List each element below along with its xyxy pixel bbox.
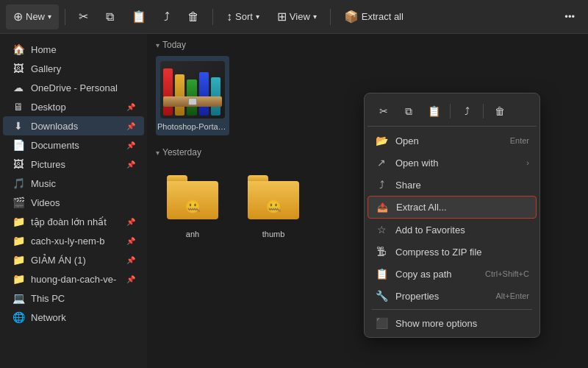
cut-icon: ✂	[79, 11, 88, 23]
anh-thumb: 🤐	[159, 168, 226, 227]
file-photoshop[interactable]: Photoshop-Portable-	[156, 56, 229, 135]
sidebar-item-tap-doan-label: tập đoàn lớn nhất	[31, 216, 121, 227]
extract-all-button[interactable]: 📦 Extract all	[337, 4, 411, 29]
ctx-delete-button[interactable]: 🗑	[490, 101, 510, 121]
main-layout: 🏠 Home 🖼 Gallery ☁ OneDrive - Personal 🖥…	[0, 34, 588, 368]
sidebar-item-gallery[interactable]: 🖼 Gallery	[3, 59, 144, 78]
videos-icon: 🎬	[12, 197, 25, 208]
huong-dan-icon: 📁	[12, 273, 25, 285]
sep2	[212, 9, 213, 25]
view-button[interactable]: ⊞ View ▾	[270, 4, 324, 29]
ctx-copy-path-icon: 📋	[375, 268, 388, 280]
share-button[interactable]: ⤴	[157, 4, 177, 29]
view-caret: ▾	[313, 13, 317, 21]
view-label: View	[290, 11, 310, 22]
sidebar-item-home-label: Home	[31, 44, 135, 55]
ctx-extract-label: Extract All...	[396, 202, 528, 213]
more-button[interactable]: •••	[557, 4, 582, 29]
file-thumb[interactable]: 🤐 thumb	[237, 163, 310, 243]
sidebar-item-pictures-label: Pictures	[31, 159, 121, 170]
gallery-icon: 🖼	[12, 63, 25, 74]
more-icon: •••	[564, 11, 575, 22]
ctx-open-item[interactable]: 📂 Open Enter	[368, 130, 537, 152]
pictures-icon: 🖼	[12, 158, 25, 170]
extract-all-label: Extract all	[362, 11, 404, 22]
today-chevron: ▾	[156, 41, 159, 49]
yesterday-label: Yesterday	[162, 147, 201, 158]
ctx-sep-v2	[483, 104, 484, 118]
extract-icon: 📦	[344, 11, 359, 23]
sidebar-item-onedrive-label: OneDrive - Personal	[31, 82, 135, 93]
sidebar-item-music[interactable]: 🎵 Music	[3, 174, 144, 193]
ctx-favorites-item[interactable]: ☆ Add to Favorites	[368, 219, 537, 241]
ctx-share-button[interactable]: ⤴	[456, 101, 477, 121]
ctx-extract-all-item[interactable]: 📤 Extract All...	[368, 196, 537, 219]
sort-button[interactable]: ↕ Sort ▾	[219, 4, 267, 29]
this-pc-icon: 💻	[12, 292, 25, 304]
delete-icon: 🗑	[187, 11, 199, 23]
ctx-copy2-button[interactable]: 📋	[423, 101, 444, 121]
ctx-copy-button[interactable]: ⧉	[398, 101, 419, 121]
tap-doan-icon: 📁	[12, 216, 25, 227]
sidebar-item-giam-an-label: GIẢM ÁN (1)	[31, 255, 121, 266]
ctx-compress-item[interactable]: 🗜 Compress to ZIP file	[368, 241, 537, 263]
ctx-properties-item[interactable]: 🔧 Properties Alt+Enter	[368, 285, 537, 307]
home-icon: 🏠	[12, 43, 25, 55]
onedrive-icon: ☁	[12, 82, 25, 93]
ctx-open-with-label: Open with	[395, 158, 519, 169]
ctx-more-options-item[interactable]: ⬛ Show more options	[368, 312, 537, 334]
huong-dan-pin: 📌	[126, 275, 135, 283]
sidebar-item-desktop[interactable]: 🖥 Desktop 📌	[3, 97, 144, 116]
ctx-copy-path-shortcut: Ctrl+Shift+C	[485, 269, 529, 278]
ctx-open-with-arrow: ›	[526, 158, 529, 167]
ctx-favorites-label: Add to Favorites	[395, 224, 529, 236]
sort-icon: ↕	[226, 11, 232, 23]
ctx-cut-button[interactable]: ✂	[373, 101, 394, 121]
photoshop-thumb	[159, 60, 226, 119]
ctx-open-shortcut: Enter	[510, 136, 529, 145]
sidebar-item-gallery-label: Gallery	[31, 63, 135, 74]
ctx-properties-shortcut: Alt+Enter	[495, 291, 529, 300]
sidebar-item-tap-doan[interactable]: 📁 tập đoàn lớn nhất 📌	[3, 212, 144, 231]
thumb-name: thumb	[238, 230, 309, 238]
new-label: New	[26, 11, 45, 22]
downloads-icon: ⬇	[12, 120, 25, 132]
cut-button[interactable]: ✂	[71, 4, 96, 29]
delete-button[interactable]: 🗑	[180, 4, 207, 29]
sidebar-item-network[interactable]: 🌐 Network	[3, 308, 144, 327]
documents-pin: 📌	[126, 141, 135, 149]
thumb-thumb: 🤐	[240, 168, 306, 227]
sidebar-item-downloads[interactable]: ⬇ Downloads 📌	[3, 116, 144, 135]
cach-xu-ly-pin: 📌	[126, 237, 135, 245]
new-button[interactable]: ⊕ New ▾	[6, 4, 59, 29]
paste-button[interactable]: 📋	[124, 4, 154, 29]
sidebar-item-this-pc-label: This PC	[31, 293, 135, 304]
sidebar-item-this-pc[interactable]: 💻 This PC	[3, 289, 144, 308]
ctx-open-with-icon: ↗	[375, 157, 388, 169]
yesterday-chevron: ▾	[156, 149, 159, 157]
ctx-share-item[interactable]: ⤴ Share	[368, 174, 537, 196]
pictures-pin: 📌	[126, 160, 135, 169]
context-menu: ✂ ⧉ 📋 ⤴ 🗑 📂 Open Enter ↗ Open with › ⤴ S	[364, 93, 540, 338]
sidebar-item-videos[interactable]: 🎬 Videos	[3, 193, 144, 212]
sidebar: 🏠 Home 🖼 Gallery ☁ OneDrive - Personal 🖥…	[0, 34, 147, 368]
sidebar-item-videos-label: Videos	[31, 197, 135, 208]
sidebar-item-cach-xu-ly[interactable]: 📁 cach-xu-ly-nem-b 📌	[3, 231, 144, 250]
sidebar-item-pictures[interactable]: 🖼 Pictures 📌	[3, 155, 144, 174]
sort-label: Sort	[235, 11, 253, 22]
documents-icon: 📄	[12, 139, 25, 151]
ctx-properties-icon: 🔧	[375, 290, 388, 302]
sidebar-item-giam-an[interactable]: 📁 GIẢM ÁN (1) 📌	[3, 250, 144, 269]
sep3	[330, 9, 331, 25]
ctx-sep-v	[450, 104, 451, 118]
sidebar-item-documents[interactable]: 📄 Documents 📌	[3, 135, 144, 155]
sidebar-item-onedrive[interactable]: ☁ OneDrive - Personal	[3, 78, 144, 97]
copy-button[interactable]: ⧉	[98, 4, 121, 29]
file-anh[interactable]: 🤐 anh	[156, 163, 229, 243]
ctx-copy-path-item[interactable]: 📋 Copy as path Ctrl+Shift+C	[368, 263, 537, 285]
sidebar-item-desktop-label: Desktop	[31, 102, 121, 113]
sidebar-item-huong-dan[interactable]: 📁 huong-dan-cach-ve- 📌	[3, 269, 144, 289]
ctx-open-with-item[interactable]: ↗ Open with ›	[368, 152, 537, 174]
ctx-extract-icon: 📤	[376, 202, 389, 213]
sidebar-item-home[interactable]: 🏠 Home	[3, 40, 144, 59]
